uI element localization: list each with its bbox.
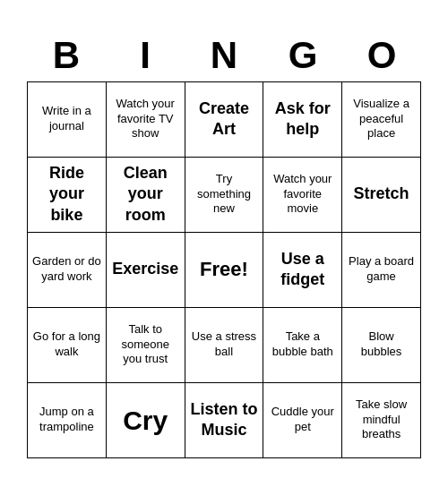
bingo-cell: Free!	[185, 233, 264, 308]
bingo-cell: Talk to someone you trust	[107, 308, 185, 383]
bingo-cell: Write in a journal	[28, 82, 107, 158]
bingo-cell: Go for a long walk	[28, 308, 107, 383]
bingo-cell: Cry	[107, 383, 185, 458]
bingo-cell: Exercise	[107, 233, 185, 308]
bingo-cell: Clean your room	[107, 158, 185, 233]
bingo-cell: Jump on a trampoline	[28, 383, 107, 458]
bingo-cell: Watch your favorite movie	[263, 158, 342, 233]
bingo-cell: Take slow mindful breaths	[342, 383, 421, 458]
bingo-cell: Create Art	[185, 82, 264, 158]
bingo-cell: Ask for help	[263, 82, 342, 158]
bingo-cell: Cuddle your pet	[263, 383, 342, 458]
bingo-letter: O	[342, 30, 421, 81]
bingo-letter: I	[106, 30, 185, 81]
bingo-letter: B	[27, 30, 106, 81]
bingo-cell: Watch your favorite TV show	[107, 82, 185, 158]
bingo-cell: Garden or do yard work	[28, 233, 107, 308]
bingo-cell: Stretch	[342, 158, 421, 233]
bingo-cell: Visualize a peaceful place	[342, 82, 421, 158]
bingo-cell: Try something new	[185, 158, 264, 233]
bingo-cell: Use a stress ball	[185, 308, 264, 383]
bingo-cell: Listen to Music	[185, 383, 264, 458]
bingo-cell: Take a bubble bath	[263, 308, 342, 383]
bingo-header: BINGO	[27, 30, 421, 81]
bingo-cell: Blow bubbles	[342, 308, 421, 383]
bingo-cell: Play a board game	[342, 233, 421, 308]
bingo-cell: Use a fidget	[263, 233, 342, 308]
bingo-letter: N	[185, 30, 263, 81]
bingo-cell: Ride your bike	[28, 158, 107, 233]
bingo-card: BINGO Write in a journalWatch your favor…	[18, 21, 430, 467]
bingo-letter: G	[263, 30, 342, 81]
bingo-grid: Write in a journalWatch your favorite TV…	[27, 81, 421, 458]
